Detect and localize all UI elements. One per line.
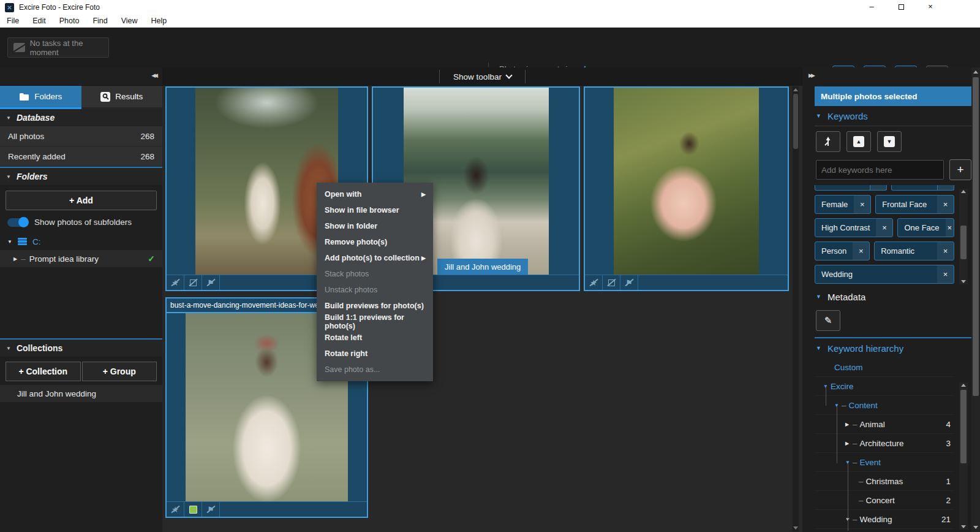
menu-edit[interactable]: Edit bbox=[26, 15, 53, 28]
rating-none-icon[interactable]: ★ bbox=[585, 275, 603, 290]
metadata-section-header[interactable]: ▼ Metadata bbox=[815, 287, 971, 306]
tag-high-contrast[interactable]: High Contrast× bbox=[815, 218, 893, 237]
tag-wedding[interactable]: Wedding× bbox=[815, 265, 954, 284]
scroll-down-icon[interactable] bbox=[961, 525, 966, 528]
ctx-show-in-file-browser[interactable]: Show in file browser bbox=[317, 202, 433, 218]
hier-node-event[interactable]: ▼ – Event bbox=[815, 453, 954, 472]
add-group-button[interactable]: + Group bbox=[82, 362, 157, 381]
menu-view[interactable]: View bbox=[115, 15, 145, 28]
hier-node-custom[interactable]: Custom bbox=[815, 358, 954, 377]
merge-keywords-button[interactable] bbox=[816, 131, 840, 152]
flag-none-icon[interactable]: ⚑ bbox=[202, 502, 220, 517]
grid-scrollbar[interactable] bbox=[793, 86, 799, 531]
show-toolbar-button[interactable]: Show toolbar bbox=[440, 72, 525, 82]
sidebar-item-all-photos[interactable]: All photos 268 bbox=[0, 126, 162, 146]
ctx-show-in-folder[interactable]: Show in folder bbox=[317, 218, 433, 234]
hierarchy-scrollbar[interactable] bbox=[959, 382, 968, 530]
scroll-down-icon[interactable] bbox=[961, 280, 966, 283]
flag-none-icon[interactable]: ⚑ bbox=[620, 275, 638, 290]
collection-jill-and-john-wedding[interactable]: Jill and John wedding bbox=[0, 385, 162, 402]
photo-3[interactable] bbox=[585, 88, 788, 275]
window-scrollbar-thumb[interactable] bbox=[973, 77, 979, 396]
menu-photo[interactable]: Photo bbox=[53, 15, 86, 28]
remove-tag-icon[interactable]: × bbox=[853, 242, 869, 260]
tag-frontal-face[interactable]: Frontal Face× bbox=[875, 195, 954, 214]
tag-row-clipped bbox=[815, 185, 954, 191]
remove-tag-icon[interactable]: × bbox=[937, 265, 954, 283]
color-label-none-icon[interactable] bbox=[603, 275, 620, 290]
tag-person[interactable]: Person× bbox=[815, 241, 870, 260]
hier-node-concert[interactable]: – Concert 2 bbox=[815, 491, 954, 510]
edit-metadata-button[interactable]: ✎ bbox=[816, 310, 840, 331]
menu-file[interactable]: File bbox=[0, 15, 26, 28]
expand-panel-icon[interactable]: ▶▶ bbox=[809, 72, 813, 78]
rating-none-icon[interactable]: ★ bbox=[167, 502, 184, 517]
scroll-up-icon[interactable] bbox=[973, 70, 978, 74]
subfolders-toggle-label: Show photos of subfolders bbox=[34, 218, 132, 227]
close-button[interactable]: × bbox=[916, 0, 944, 15]
scroll-down-icon[interactable] bbox=[973, 526, 978, 529]
ctx-rotate-right[interactable]: Rotate right bbox=[317, 346, 433, 362]
import-keywords-button[interactable]: ▼ bbox=[877, 131, 902, 152]
window-scrollbar[interactable] bbox=[971, 67, 980, 532]
hier-node-christmas[interactable]: – Christmas 1 bbox=[815, 472, 954, 491]
pencil-icon: ✎ bbox=[824, 315, 832, 326]
node-count: 3 bbox=[946, 439, 954, 448]
tag-one-face[interactable]: One Face× bbox=[897, 218, 954, 237]
menu-find[interactable]: Find bbox=[86, 15, 114, 28]
color-label-green-icon[interactable] bbox=[184, 502, 202, 517]
collections-section-header[interactable]: ▼ Collections bbox=[0, 340, 162, 357]
photo-card-3[interactable]: ★ ⚑ bbox=[584, 86, 789, 291]
hierarchy-section-header[interactable]: ▼ Keyword hierarchy bbox=[815, 338, 971, 358]
ctx-build-previews[interactable]: Build previews for photo(s) bbox=[317, 298, 433, 314]
remove-tag-icon[interactable]: × bbox=[946, 219, 954, 237]
photo-3-thumbnail[interactable] bbox=[614, 88, 759, 275]
scroll-up-icon[interactable] bbox=[961, 190, 966, 193]
hier-node-excire[interactable]: ▼ Excire bbox=[815, 377, 954, 396]
keywords-section-header[interactable]: ▼ Keywords bbox=[815, 106, 971, 126]
color-label-none-icon[interactable] bbox=[184, 275, 202, 290]
menu-help[interactable]: Help bbox=[145, 15, 174, 28]
flag-none-icon[interactable]: ⚑ bbox=[202, 275, 220, 290]
add-collection-button[interactable]: + Collection bbox=[6, 362, 81, 381]
tab-folders[interactable]: Folders bbox=[0, 86, 81, 109]
scroll-up-icon[interactable] bbox=[793, 88, 798, 91]
add-keyword-button[interactable]: + bbox=[949, 159, 971, 180]
minimize-button[interactable]: – bbox=[858, 0, 886, 15]
scroll-down-icon[interactable] bbox=[793, 526, 798, 530]
hier-node-wedding[interactable]: ▼ – Wedding 21 bbox=[815, 510, 954, 529]
hier-node-animal[interactable]: ▶ – Animal 4 bbox=[815, 415, 954, 434]
export-keywords-button[interactable]: ▲ bbox=[846, 131, 871, 152]
rating-none-icon[interactable]: ★ bbox=[167, 275, 184, 290]
drive-c-row[interactable]: ▼ C: bbox=[0, 233, 162, 250]
tags-scrollbar-thumb[interactable] bbox=[960, 226, 967, 259]
tab-results[interactable]: Results bbox=[81, 86, 163, 109]
folder-prompt-idea-library[interactable]: ▶ – Prompt idea library ✓ bbox=[0, 250, 162, 267]
add-folder-button[interactable]: + Add bbox=[6, 191, 157, 210]
ctx-remove-photos[interactable]: Remove photo(s) bbox=[317, 234, 433, 250]
remove-tag-icon[interactable]: × bbox=[876, 219, 892, 237]
maximize-button[interactable] bbox=[887, 0, 915, 15]
subfolders-toggle[interactable] bbox=[7, 218, 28, 227]
sidebar-item-recently-added[interactable]: Recently added 268 bbox=[0, 146, 162, 167]
hier-node-architecture[interactable]: ▶ – Architecture 3 bbox=[815, 434, 954, 453]
collapse-sidebar-icon[interactable]: ◀◀ bbox=[151, 72, 156, 78]
hierarchy-scrollbar-thumb[interactable] bbox=[960, 390, 967, 463]
remove-tag-icon[interactable]: × bbox=[937, 242, 954, 260]
folders-section-header[interactable]: ▼ Folders bbox=[0, 168, 162, 185]
tasks-status[interactable]: No tasks at the moment bbox=[7, 37, 109, 58]
remove-tag-icon[interactable]: × bbox=[854, 196, 870, 213]
tag-female[interactable]: Female× bbox=[815, 195, 871, 214]
tags-scrollbar[interactable] bbox=[959, 189, 968, 284]
hier-node-content[interactable]: ▼ – Content bbox=[815, 396, 954, 415]
ctx-rotate-left[interactable]: Rotate left bbox=[317, 330, 433, 346]
ctx-build-11-previews[interactable]: Build 1:1 previews for photo(s) bbox=[317, 314, 433, 330]
tag-romantic[interactable]: Romantic× bbox=[874, 241, 954, 260]
add-keywords-input[interactable] bbox=[816, 160, 944, 180]
database-section-header[interactable]: ▼ Database bbox=[0, 109, 162, 126]
grid-scrollbar-thumb[interactable] bbox=[793, 94, 798, 149]
remove-tag-icon[interactable]: × bbox=[937, 196, 954, 213]
ctx-open-with[interactable]: Open with▶ bbox=[317, 186, 433, 202]
scroll-up-icon[interactable] bbox=[961, 384, 966, 387]
ctx-add-to-collection[interactable]: Add photo(s) to collection▶ bbox=[317, 250, 433, 266]
